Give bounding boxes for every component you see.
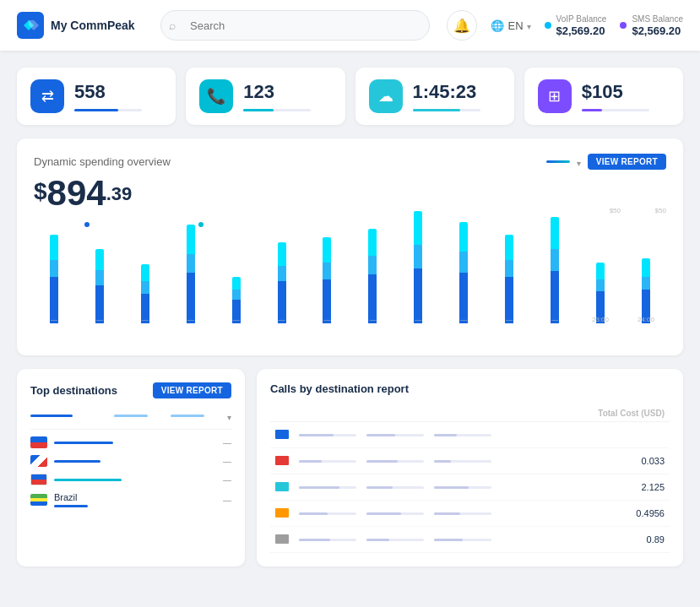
- chart-col-9: —: [443, 222, 484, 323]
- logo-icon: [17, 12, 44, 39]
- stat-card-1: 📞 123: [186, 68, 345, 125]
- bar-mid-8: [414, 245, 422, 268]
- chart-bar-group-7: [368, 229, 377, 323]
- bar-top-0: [50, 235, 58, 260]
- dest-info-2: [54, 479, 216, 481]
- calls-bar3-1: [429, 448, 497, 474]
- calls-flag-2: [270, 474, 294, 501]
- chart-bar-group-13: [642, 258, 650, 323]
- stat-icon-1: 📞: [199, 79, 233, 113]
- dest-info-3: Brazil: [54, 492, 216, 507]
- calls-title: Calls by destination report: [270, 382, 670, 395]
- bar-top-2: [141, 264, 149, 281]
- dest-col-bar-2: [114, 415, 148, 417]
- calls-row-1: 0.033: [270, 448, 670, 474]
- stat-value-1: 123: [243, 81, 331, 103]
- chart-label-2: —: [142, 316, 149, 323]
- bar-mid-7: [368, 256, 377, 274]
- calls-col-bar3: [429, 405, 497, 422]
- bar-mid-11: [551, 249, 559, 271]
- header: My CommPeak ⌕ 🔔 🌐 EN VoIP Balance $2,569…: [0, 0, 700, 51]
- calls-card: Calls by destination report Total Cost (…: [257, 369, 683, 566]
- chart-col-6: —: [307, 222, 348, 323]
- bar-mid-5: [278, 266, 286, 281]
- chart-bar-group-6: [323, 237, 331, 323]
- chart-col-12: 23:00$50: [580, 222, 621, 323]
- chart-dot-1: [84, 222, 90, 227]
- chart-bar-group-0: [50, 235, 58, 323]
- chart-label-6: —: [323, 316, 330, 323]
- bar-stack-13: [642, 258, 650, 323]
- dest-col-bar-3: [171, 415, 204, 417]
- dest-info-1: [54, 460, 216, 463]
- chart-col-7: —: [352, 222, 393, 323]
- bar-mid-9: [459, 252, 468, 273]
- bar-top-12: [596, 263, 605, 279]
- calls-col-total: Total Cost (USD): [497, 405, 670, 422]
- chart-bar-group-11: [551, 217, 559, 323]
- calls-table-header: Total Cost (USD): [270, 405, 670, 422]
- calls-flag-4: [270, 527, 294, 553]
- spending-amount: $894.39: [34, 173, 666, 214]
- dest-dropdown-icon[interactable]: [227, 409, 231, 424]
- chart-label-8: —: [415, 316, 421, 323]
- chart-col-11: —: [534, 222, 575, 323]
- dest-view-report-button[interactable]: VIEW REPORT: [153, 382, 231, 398]
- chart-label-0: —: [51, 316, 57, 323]
- bar-stack-2: [141, 264, 149, 323]
- dest-flag-0: [30, 436, 47, 448]
- amount-main: 894: [47, 173, 106, 213]
- chart-col-8: —: [398, 222, 438, 323]
- language-selector[interactable]: 🌐 EN: [491, 19, 530, 32]
- bar-stack-6: [323, 237, 331, 323]
- bar-stack-3: [187, 225, 195, 323]
- chart-col-3: —: [171, 222, 211, 323]
- bar-stack-12: [596, 263, 605, 323]
- sms-dot: [620, 22, 627, 29]
- chart-col-2: —: [125, 222, 166, 323]
- dest-bar-3: [54, 505, 88, 507]
- dest-bar-0: [54, 442, 113, 444]
- stat-card-0: ⇄ 558: [17, 68, 176, 125]
- bar-stack-0: [50, 235, 58, 323]
- spending-title: Dynamic spending overview: [34, 155, 171, 168]
- bar-top-4: [232, 277, 241, 290]
- voip-balance-amount: $2,569.20: [556, 24, 607, 37]
- calls-bar2-2: [361, 474, 429, 501]
- calls-cost-3: 0.4956: [497, 501, 670, 527]
- voip-balance-label: VoIP Balance: [556, 14, 607, 24]
- notification-button[interactable]: 🔔: [447, 10, 477, 41]
- stat-info-3: $105: [582, 81, 670, 111]
- calls-flag-3: [270, 501, 294, 527]
- calls-cost-4: 0.89: [497, 527, 670, 553]
- calls-cost-0: [497, 422, 670, 448]
- calls-bar1-1: [294, 448, 361, 474]
- dest-item-0: —: [30, 436, 231, 448]
- calls-bar1-4: [294, 527, 361, 553]
- chart-label-4: —: [233, 316, 240, 323]
- bar-stack-8: [414, 211, 422, 323]
- chevron-down-icon[interactable]: [577, 154, 581, 170]
- bar-top-6: [323, 237, 331, 263]
- calls-cost-2: 2.125: [497, 474, 670, 501]
- chart-col-5: —: [262, 222, 302, 323]
- sms-balance-label: SMS Balance: [632, 14, 683, 24]
- dest-info-0: [54, 442, 216, 444]
- chart-col-13: 24:00$50: [626, 222, 666, 323]
- globe-icon: 🌐: [491, 19, 504, 32]
- stat-value-2: 1:45:23: [413, 81, 501, 103]
- view-report-button[interactable]: VIEW REPORT: [588, 154, 666, 170]
- chart-label-1: —: [96, 316, 103, 323]
- chart-container: ————————————23:00$5024:00$50: [34, 222, 666, 340]
- calls-col-bar2: [361, 405, 429, 422]
- dest-col-headers: [30, 409, 231, 430]
- chart-area: ————————————23:00$5024:00$50: [34, 222, 666, 340]
- search-input[interactable]: [160, 10, 430, 41]
- lang-label: EN: [507, 19, 523, 32]
- stat-info-1: 123: [243, 81, 331, 111]
- bar-mid-6: [323, 263, 331, 279]
- bar-top-5: [278, 242, 286, 266]
- calls-cost-1: 0.033: [497, 448, 670, 474]
- chart-label-11: —: [551, 316, 558, 323]
- calls-flag-0: [270, 422, 294, 448]
